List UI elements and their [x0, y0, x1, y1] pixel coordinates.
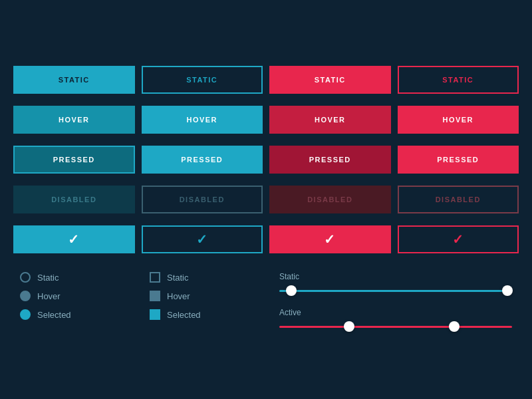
radio-circle-static[interactable] [20, 272, 31, 283]
radio-item-static[interactable]: Static [20, 272, 136, 283]
btn-red-filled-static[interactable]: STATIC [269, 66, 391, 94]
checkmark-icon: ✓ [68, 233, 80, 246]
checkbox-item-static[interactable]: Static [150, 272, 266, 283]
btn-red-outline-disabled: DISABLED [398, 186, 519, 213]
btn-red-outline-hover[interactable]: HOVER [398, 106, 519, 134]
btn-cyan-outline-disabled: DISABLED [142, 186, 263, 213]
btn-red-filled-pressed[interactable]: PRESSED [269, 146, 391, 174]
btn-label: STATIC [59, 76, 90, 84]
slider-static-track [279, 290, 512, 292]
slider-active-thumb-right[interactable] [449, 321, 460, 332]
radio-circle-hover[interactable] [20, 291, 31, 301]
btn-label: HOVER [442, 116, 473, 124]
radio-item-selected[interactable]: Selected [20, 309, 136, 320]
btn-label: DISABLED [307, 196, 352, 203]
button-grid: STATIC STATIC STATIC STATIC HOVER HOVER … [13, 66, 519, 253]
checkbox-sq-hover[interactable] [150, 291, 160, 301]
checkbox-item-hover[interactable]: Hover [150, 291, 266, 301]
checkbox-label-hover: Hover [167, 291, 190, 301]
slider-static-label: Static [279, 272, 512, 281]
checkbox-item-selected[interactable]: Selected [150, 309, 266, 320]
btn-label: PRESSED [437, 156, 479, 164]
btn-label: STATIC [315, 76, 346, 84]
checkbox-sq-static[interactable] [150, 272, 160, 283]
btn-red-filled-check[interactable]: ✓ [269, 225, 391, 253]
radio-label-selected: Selected [37, 310, 71, 320]
btn-cyan-filled-disabled: DISABLED [13, 186, 135, 213]
btn-red-outline-check[interactable]: ✓ [398, 225, 519, 253]
checkmark-icon: ✓ [196, 233, 209, 246]
btn-cyan-filled-static[interactable]: STATIC [13, 66, 135, 94]
slider-static-track-container[interactable] [279, 284, 512, 297]
btn-cyan-outline-hover[interactable]: HOVER [142, 106, 263, 134]
btn-red-outline-pressed[interactable]: PRESSED [398, 146, 519, 174]
btn-label: HOVER [59, 116, 90, 124]
slider-static-container: Static [279, 272, 512, 297]
slider-active-track-container[interactable] [279, 320, 512, 333]
btn-cyan-outline-pressed[interactable]: PRESSED [142, 146, 263, 174]
main-container: STATIC STATIC STATIC STATIC HOVER HOVER … [13, 53, 519, 346]
radio-item-hover[interactable]: Hover [20, 291, 136, 301]
checkbox-group: Static Hover Selected [143, 272, 266, 320]
checkmark-icon: ✓ [324, 233, 336, 246]
slider-active-label: Active [279, 308, 512, 317]
slider-active-container: Active [279, 308, 512, 333]
radio-circle-selected[interactable] [20, 309, 31, 320]
btn-label: HOVER [186, 116, 217, 124]
btn-label: PRESSED [53, 156, 95, 164]
btn-cyan-filled-check[interactable]: ✓ [13, 225, 135, 253]
btn-cyan-filled-pressed[interactable]: PRESSED [13, 146, 135, 174]
btn-label: DISABLED [436, 196, 481, 203]
btn-red-filled-disabled: DISABLED [269, 186, 391, 213]
btn-label: STATIC [186, 76, 217, 84]
btn-label: PRESSED [309, 156, 351, 164]
btn-label: HOVER [315, 116, 346, 124]
radio-label-static: Static [37, 273, 59, 283]
btn-cyan-outline-static[interactable]: STATIC [142, 66, 263, 94]
slider-static-thumb-right[interactable] [502, 285, 513, 296]
btn-cyan-filled-hover[interactable]: HOVER [13, 106, 135, 134]
checkbox-sq-selected[interactable] [150, 309, 160, 320]
btn-cyan-outline-check[interactable]: ✓ [142, 225, 263, 253]
radio-label-hover: Hover [37, 291, 61, 301]
btn-label: PRESSED [181, 156, 223, 164]
slider-active-thumb-left[interactable] [344, 321, 354, 332]
bottom-controls: Static Hover Selected Static Hover [13, 272, 519, 333]
radio-group: Static Hover Selected [13, 272, 136, 320]
btn-red-outline-static[interactable]: STATIC [398, 66, 519, 94]
checkbox-label-static: Static [167, 273, 189, 283]
checkmark-icon: ✓ [452, 233, 465, 246]
btn-red-filled-hover[interactable]: HOVER [269, 106, 391, 134]
btn-label: STATIC [442, 76, 473, 84]
checkbox-label-selected: Selected [167, 310, 201, 320]
slider-active-track [279, 326, 512, 328]
btn-label: DISABLED [51, 196, 96, 203]
slider-group: Static Active [273, 272, 519, 333]
btn-label: DISABLED [180, 196, 225, 203]
slider-static-thumb-left[interactable] [286, 285, 297, 296]
